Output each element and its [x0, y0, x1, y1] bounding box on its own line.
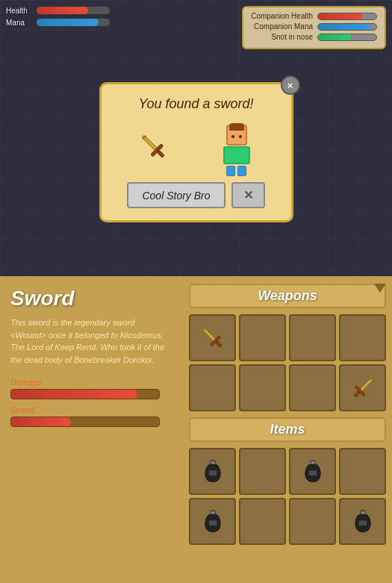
companion-health-fill — [318, 13, 362, 19]
char-head — [226, 125, 247, 146]
companion-snot-row: Snot in nose — [251, 33, 377, 41]
speed-bar-track — [10, 417, 160, 427]
weapons-section-title: Weapons — [189, 284, 386, 308]
svg-rect-23 — [358, 520, 366, 526]
game-viewport: Health Mana Companion Health Companion M… — [0, 0, 392, 276]
companion-health-track — [317, 13, 377, 20]
info-panel: Sword This sword is the legendary sword … — [0, 276, 183, 583]
item-slot-8[interactable] — [339, 498, 386, 545]
health-bar-row: Health — [6, 6, 111, 15]
svg-rect-13 — [211, 461, 214, 464]
char-leg-right — [237, 166, 246, 176]
weapon-slot-5[interactable] — [189, 364, 236, 411]
companion-snot-track — [317, 34, 377, 41]
dialog-close-button[interactable]: × — [281, 75, 300, 95]
mana-label: Mana — [6, 19, 36, 27]
damage-label: Damage — [10, 378, 172, 387]
item-description: This sword is the legendary sword <Wound… — [10, 317, 172, 366]
companion-health-row: Companion Health — [251, 12, 377, 20]
item-slot-6[interactable] — [239, 498, 286, 545]
svg-rect-16 — [311, 461, 314, 464]
weapon-slot-1[interactable] — [189, 314, 236, 361]
companion-mana-track — [317, 23, 377, 31]
potion-icon-3 — [200, 509, 225, 534]
char-body — [223, 146, 250, 164]
svg-rect-11 — [353, 390, 360, 397]
svg-rect-20 — [208, 520, 216, 526]
speed-label: Speed — [10, 405, 172, 414]
dialog-x-button[interactable]: ✕ — [231, 182, 265, 208]
bottom-panel: Sword This sword is the legendary sword … — [0, 276, 392, 583]
weapon-slot-4[interactable] — [339, 314, 386, 361]
mana-bar-fill — [37, 19, 99, 26]
damage-stat-row: Damage — [10, 378, 172, 399]
char-legs — [218, 166, 255, 176]
item-slot-5[interactable] — [189, 498, 236, 545]
svg-rect-14 — [208, 470, 216, 476]
svg-rect-22 — [361, 511, 364, 514]
companion-mana-fill — [318, 24, 370, 30]
mana-bar-track — [36, 18, 111, 27]
weapon-sword-icon — [199, 324, 227, 352]
speed-stat-row: Speed — [10, 405, 172, 427]
item-found-dialog: × You found a sword! — [99, 82, 293, 222]
potion-icon-2 — [300, 459, 326, 484]
companion-hud: Companion Health Companion Mana Snot in … — [242, 6, 386, 49]
weapon-sword-icon-2 — [349, 374, 377, 402]
dialog-title: You found a sword! — [113, 96, 279, 112]
weapons-grid — [189, 314, 386, 411]
char-hair — [229, 123, 244, 131]
item-title: Sword — [10, 287, 172, 311]
sword-icon — [137, 131, 170, 163]
weapon-slot-8[interactable] — [339, 364, 386, 411]
weapon-slot-3[interactable] — [289, 314, 336, 361]
companion-mana-row: Companion Mana — [251, 22, 377, 31]
speed-bar-fill — [11, 417, 70, 426]
damage-bar-track — [10, 389, 160, 399]
health-bar-fill — [37, 7, 88, 14]
potion-icon-4 — [350, 509, 376, 534]
weapon-slot-7[interactable] — [289, 364, 336, 411]
potion-icon-1 — [200, 459, 225, 484]
character-sprite — [218, 125, 255, 169]
hud-topleft: Health Mana — [6, 6, 111, 30]
mana-bar-row: Mana — [6, 18, 111, 27]
damage-bar-fill — [11, 390, 137, 399]
item-slot-3[interactable] — [289, 448, 336, 495]
dropdown-arrow-icon[interactable] — [374, 284, 386, 293]
companion-mana-label: Companion Mana — [254, 22, 313, 31]
weapon-slot-2[interactable] — [239, 314, 286, 361]
svg-rect-19 — [211, 511, 214, 514]
items-section-title: Items — [189, 417, 386, 442]
health-label: Health — [6, 7, 36, 15]
char-eye-left — [231, 135, 234, 138]
svg-rect-3 — [157, 150, 164, 158]
dialog-buttons: Cool Story Bro ✕ — [113, 182, 279, 208]
weapon-slot-6[interactable] — [239, 364, 286, 411]
item-slot-2[interactable] — [239, 448, 286, 495]
companion-snot-fill — [318, 34, 350, 40]
health-bar-track — [36, 6, 111, 15]
stats-section: Damage Speed — [10, 378, 172, 433]
cool-story-button[interactable]: Cool Story Bro — [127, 182, 225, 208]
item-slot-7[interactable] — [289, 498, 336, 545]
companion-health-label: Companion Health — [251, 12, 313, 20]
char-eye-right — [239, 135, 242, 138]
char-leg-left — [226, 166, 235, 176]
item-slot-1[interactable] — [189, 448, 236, 495]
item-slot-4[interactable] — [339, 448, 386, 495]
svg-rect-7 — [215, 340, 222, 347]
items-grid — [189, 448, 386, 545]
inventory-panel: Weapons — [183, 276, 392, 583]
companion-snot-label: Snot in nose — [271, 33, 313, 41]
svg-rect-17 — [308, 470, 316, 476]
dialog-content — [113, 121, 279, 173]
